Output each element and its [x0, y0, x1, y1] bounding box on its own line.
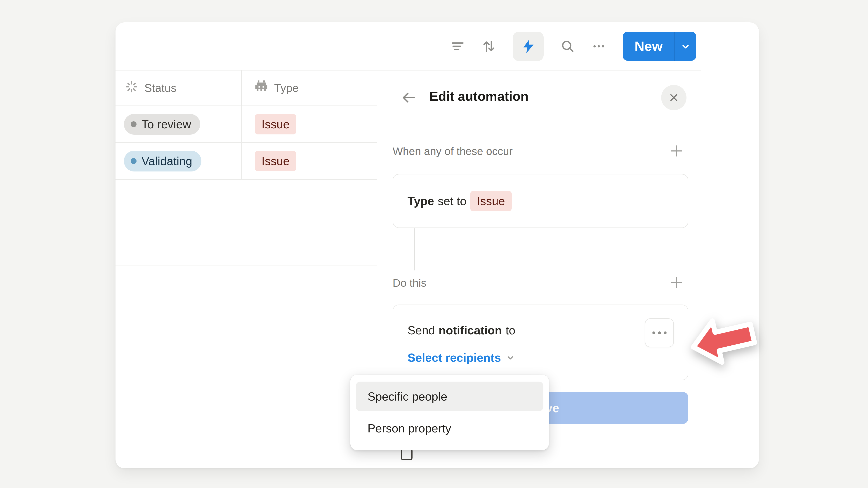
- panel-title: Edit automation: [430, 89, 528, 104]
- flow-connector-line: [414, 228, 415, 270]
- column-header-label: Type: [274, 82, 299, 95]
- status-dot: [131, 158, 136, 164]
- action-suffix: to: [506, 324, 515, 337]
- type-tag-issue[interactable]: Issue: [255, 151, 296, 171]
- type-cell[interactable]: Issue: [241, 143, 377, 179]
- status-cell[interactable]: To review: [116, 106, 241, 142]
- type-cell[interactable]: Issue: [241, 106, 377, 142]
- automations-button-active[interactable]: [513, 32, 544, 61]
- status-tag-to-review[interactable]: To review: [124, 114, 200, 135]
- empty-row-area[interactable]: [116, 180, 377, 265]
- recipients-dropdown-menu: Specific people Person property: [350, 375, 549, 450]
- trigger-section-label: When any of these occur: [393, 145, 513, 158]
- arrow-left-icon: [401, 90, 416, 105]
- search-icon[interactable]: [560, 39, 575, 54]
- add-trigger-button[interactable]: [669, 143, 685, 159]
- status-cell[interactable]: Validating: [116, 143, 241, 179]
- trigger-value-tag: Issue: [470, 191, 512, 211]
- menu-item-specific-people[interactable]: Specific people: [356, 382, 544, 411]
- database-card: New: [116, 22, 759, 468]
- select-recipients-label[interactable]: Select recipients: [408, 351, 501, 364]
- chevron-down-icon: [505, 352, 516, 363]
- close-icon: [668, 92, 680, 103]
- sort-icon[interactable]: [482, 39, 496, 54]
- page-background: New: [0, 0, 868, 488]
- column-header-status[interactable]: Status: [116, 70, 241, 105]
- status-spinner-icon: [125, 80, 138, 96]
- panel-header: Edit automation: [378, 70, 759, 125]
- select-recipients-dropdown-trigger[interactable]: Select recipients: [408, 351, 516, 364]
- status-dot: [131, 121, 136, 127]
- trigger-property: Type: [408, 194, 434, 208]
- table-header-row: Status Type: [116, 70, 377, 106]
- table-row: To review Issue: [116, 106, 377, 143]
- view-toolbar: New: [116, 22, 759, 70]
- action-section-label: Do this: [393, 277, 426, 289]
- table-row: Validating Issue: [116, 143, 377, 180]
- checkbox-partial[interactable]: [401, 449, 412, 460]
- column-header-type[interactable]: Type: [241, 70, 377, 105]
- status-tag-label: To review: [142, 118, 191, 131]
- back-button[interactable]: [400, 89, 417, 106]
- bug-invader-icon: [254, 80, 268, 96]
- type-tag-issue[interactable]: Issue: [255, 114, 296, 134]
- close-button[interactable]: [661, 85, 686, 110]
- action-card[interactable]: Send notification to Select recipients: [393, 304, 688, 380]
- trigger-card[interactable]: Type set to Issue: [393, 174, 688, 228]
- action-sentence: Send notification to: [408, 324, 515, 337]
- new-button-label[interactable]: New: [623, 32, 675, 61]
- status-tag-validating[interactable]: Validating: [124, 151, 202, 171]
- chevron-down-icon[interactable]: [675, 32, 696, 61]
- action-more-options-button[interactable]: [645, 318, 674, 347]
- more-options-button[interactable]: [592, 39, 606, 54]
- filter-icon[interactable]: [451, 39, 465, 54]
- menu-item-person-property[interactable]: Person property: [356, 414, 544, 443]
- database-table: Status Type: [116, 70, 377, 265]
- column-header-label: Status: [145, 82, 177, 95]
- action-prefix: Send: [408, 324, 435, 337]
- plus-icon: [669, 143, 684, 158]
- new-button[interactable]: New: [623, 32, 696, 61]
- status-tag-label: Validating: [142, 154, 192, 168]
- lightning-icon: [520, 38, 537, 55]
- action-type: notification: [438, 324, 502, 337]
- trigger-operator: set to: [438, 194, 467, 208]
- add-action-button[interactable]: [669, 274, 685, 291]
- plus-icon: [669, 275, 684, 290]
